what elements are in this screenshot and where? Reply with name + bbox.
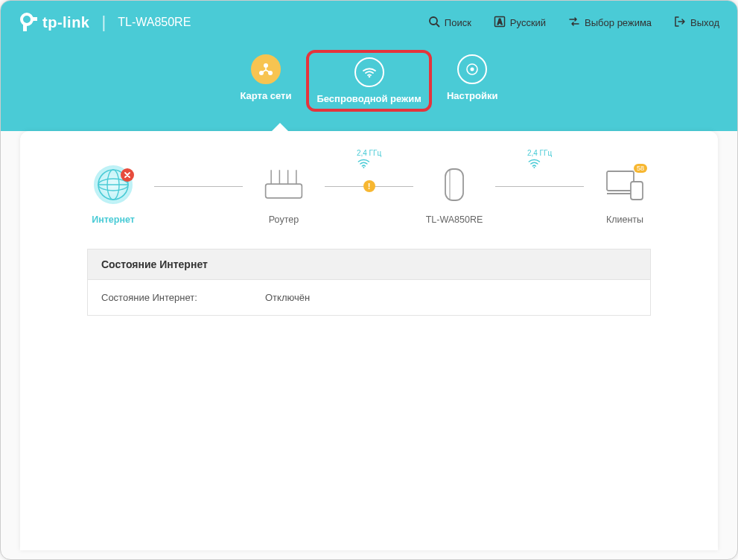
svg-rect-27 [607,171,634,191]
language-label: Русский [510,17,546,28]
node-extender[interactable]: TL-WA850RE [413,162,495,225]
logo-separator: | [102,13,106,32]
tab-network-map[interactable]: Карта сети [233,50,299,112]
node-clients[interactable]: 58 Клиенты [584,162,666,225]
brand-text: tp-link [42,14,90,31]
language-icon: А [494,16,506,30]
node-clients-label: Клиенты [606,214,643,225]
search-button[interactable]: Поиск [428,16,471,30]
freq-1-text: 2,4 ГГц [357,149,381,157]
node-router[interactable]: Роутер [243,162,325,225]
svg-point-26 [533,167,535,168]
tab-network-map-label: Карта сети [241,90,292,101]
language-button[interactable]: А Русский [494,16,546,30]
svg-rect-1 [23,25,27,31]
connector-1 [154,186,243,187]
node-extender-label: TL-WA850RE [426,214,483,225]
freq-label-2: 2,4 ГГц [527,149,552,169]
search-label: Поиск [445,17,471,28]
exit-button[interactable]: Выход [674,16,719,30]
logo-area: tp-link | TL-WA850RE [19,13,191,32]
status-panel: Состояние Интернет Состояние Интернет: О… [87,249,651,316]
clients-icon: 58 [602,162,647,207]
mode-label: Выбор режима [585,17,652,28]
clients-count-badge: 58 [634,164,647,173]
error-badge-icon [121,168,134,182]
freq-label-1: 2,4 ГГц [357,149,381,169]
settings-icon [457,54,487,84]
svg-rect-29 [631,182,643,200]
search-icon [428,16,440,30]
svg-point-10 [368,76,370,78]
internet-icon [91,162,136,207]
svg-point-0 [22,14,32,25]
content-card: Интернет Роутер 2,4 ГГц ! [20,131,718,550]
mode-button[interactable]: Выбор режима [568,16,652,30]
svg-point-3 [430,17,437,25]
nav-tabs: Карта сети Беспроводной режим Настройки [1,50,737,112]
extender-icon [432,162,477,207]
node-router-label: Роутер [269,214,299,225]
header: tp-link | TL-WA850RE Поиск А Русский Выб… [1,1,737,131]
freq-2-text: 2,4 ГГц [527,149,552,157]
svg-point-23 [363,167,364,168]
svg-point-12 [471,68,474,71]
svg-rect-2 [31,17,37,21]
model-text: TL-WA850RE [118,16,191,29]
top-actions: Поиск А Русский Выбор режима Выход [428,16,719,30]
node-internet[interactable]: Интернет [72,162,154,225]
svg-point-7 [264,63,268,68]
tplink-logo-icon [19,13,38,32]
svg-rect-22 [266,184,302,198]
topbar: tp-link | TL-WA850RE Поиск А Русский Выб… [1,1,737,44]
network-map-icon [251,54,281,84]
content-arrow [271,123,289,132]
router-icon [261,162,306,207]
connector-2: 2,4 ГГц ! [325,186,413,187]
status-value: Отключён [265,292,310,303]
topology-diagram: Интернет Роутер 2,4 ГГц ! [20,131,718,238]
exit-icon [674,16,686,30]
tab-settings-label: Настройки [447,90,498,101]
status-title: Состояние Интернет [88,249,650,280]
svg-text:А: А [497,18,502,26]
status-row: Состояние Интернет: Отключён [88,280,650,315]
svg-line-4 [436,24,439,27]
tab-wireless[interactable]: Беспроводной режим [306,50,431,112]
tab-wireless-label: Беспроводной режим [316,93,421,104]
mode-icon [568,16,580,30]
wireless-icon [354,57,384,87]
warning-badge-icon: ! [363,180,375,192]
exit-label: Выход [690,17,719,28]
status-key: Состояние Интернет: [101,292,265,303]
tab-settings[interactable]: Настройки [439,50,506,112]
node-internet-label: Интернет [92,214,135,225]
svg-rect-24 [445,169,463,200]
connector-3: 2,4 ГГц [495,186,584,187]
